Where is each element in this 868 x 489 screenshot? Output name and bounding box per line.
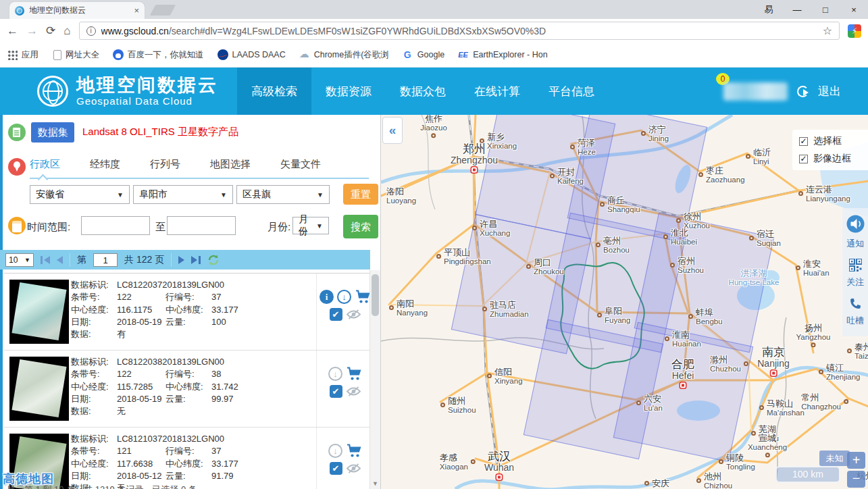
nav-item[interactable]: 数据众包	[386, 68, 460, 115]
bookmark-star-icon[interactable]: ☆	[823, 24, 832, 37]
first-page-button[interactable]	[41, 256, 50, 264]
address-input[interactable]: i www.gscloud.cn/search#dlv=Wzg4LFswLDEw…	[79, 22, 840, 40]
forward-icon[interactable]: →	[26, 24, 38, 38]
list-scrollbar[interactable]: ▼	[369, 270, 380, 489]
select-check-icon[interactable]: ✔	[330, 385, 342, 398]
record-count-status: 显示第 1 到 10 条，共 1219 条记录，已选择 0 条	[7, 484, 197, 489]
page-info-icon[interactable]: i	[86, 26, 96, 36]
download-icon[interactable]: ↓	[337, 290, 351, 304]
eye-off-icon[interactable]	[346, 463, 361, 474]
page-prefix-label: 第	[77, 254, 86, 266]
nav-item[interactable]: 高级检索	[237, 68, 311, 115]
city-marker-icon	[746, 154, 750, 159]
city-label-bozhou: 亳州Bozhou	[596, 236, 630, 254]
browser-tab[interactable]: 地理空间数据云 ×	[9, 2, 145, 19]
select-check-icon[interactable]: ✔	[330, 462, 342, 475]
select-box-toggle[interactable]: ✓ 选择框	[799, 135, 861, 147]
feedback-link[interactable]: 吐槽	[846, 315, 864, 327]
scene-thumbnail[interactable]	[9, 280, 69, 344]
site-logo[interactable]: 地理空间数据云 Geospatial Data Cloud	[37, 76, 218, 107]
result-item[interactable]: 数据标识:LC81210372018132LGN00 条带号:121行编号:37…	[4, 427, 369, 489]
date-end-input[interactable]	[167, 216, 236, 235]
checkbox-checked-icon[interactable]: ✓	[799, 137, 808, 146]
bookmark-item[interactable]: Google	[403, 49, 444, 60]
extension-icon[interactable]	[848, 24, 861, 38]
city-label-xiaogan: 孝感Xiaogan	[440, 453, 476, 471]
search-button[interactable]: 搜索	[343, 215, 378, 238]
window-close-button[interactable]: ×	[840, 5, 868, 15]
reset-button[interactable]: 重置	[343, 184, 378, 205]
cart-icon[interactable]	[355, 290, 371, 304]
chevron-down-icon: ▼	[24, 257, 30, 263]
tab-行列号[interactable]: 行列号	[150, 158, 180, 171]
reload-icon[interactable]: ⟳	[46, 24, 55, 38]
tab-close-icon[interactable]: ×	[134, 5, 139, 16]
zoom-in-button[interactable]: +	[847, 452, 865, 469]
bookmark-item[interactable]: 百度一下，你就知道	[113, 49, 204, 61]
scene-thumbnail[interactable]	[9, 357, 69, 421]
url-text: www.gscloud.cn/search#dlv=Wzg4LFswLDEwLD…	[101, 26, 817, 36]
nav-item[interactable]: 在线计算	[460, 68, 534, 115]
window-minimize-button[interactable]: —	[783, 5, 811, 15]
download-icon[interactable]: ↓	[328, 444, 342, 458]
nav-item[interactable]: 平台信息	[534, 68, 609, 115]
dataset-button[interactable]: 数据集	[31, 122, 74, 143]
date-start-input[interactable]	[81, 216, 150, 235]
last-page-button[interactable]	[191, 256, 201, 264]
phone-icon[interactable]	[849, 297, 862, 310]
back-icon[interactable]: ←	[7, 24, 18, 38]
bookmark-item[interactable]: 应用	[7, 49, 39, 61]
city-marker-icon	[440, 403, 445, 407]
download-icon[interactable]: ↓	[328, 367, 342, 381]
bookmark-item[interactable]: LAADS DAAC	[218, 49, 286, 60]
bookmark-item[interactable]: Chrome插件(谷歌浏	[299, 49, 389, 61]
city-marker-icon	[663, 234, 668, 239]
select-check-icon[interactable]: ✔	[330, 308, 342, 321]
logout-icon[interactable]	[797, 86, 809, 97]
follow-link[interactable]: 关注	[846, 276, 864, 288]
checkbox-checked-icon[interactable]: ✓	[799, 155, 808, 163]
new-tab-button[interactable]	[150, 5, 176, 16]
panel-collapse-button[interactable]: «	[382, 117, 403, 144]
county-select[interactable]: 区县旗▼	[236, 185, 330, 204]
page-size-select[interactable]: 10▼	[5, 253, 34, 267]
window-maximize-button[interactable]: □	[811, 5, 840, 15]
tab-地图选择[interactable]: 地图选择	[210, 158, 251, 171]
qrcode-icon[interactable]	[849, 259, 862, 272]
bookmark-item[interactable]: 网址大全	[52, 49, 99, 61]
page-number-input[interactable]: 1	[93, 253, 118, 267]
month-select[interactable]: 月份▼	[292, 217, 329, 234]
bookmark-item[interactable]: EarthExplorer - Hon	[458, 49, 547, 60]
notice-link[interactable]: 通知	[846, 238, 864, 250]
result-item[interactable]: 数据标识:LC81220372018139LGN00 条带号:122行编号:37…	[4, 273, 369, 350]
city-select[interactable]: 阜阳市▼	[133, 185, 233, 204]
speaker-icon[interactable]	[846, 215, 865, 233]
cloud-icon	[299, 49, 310, 60]
site-header: 地理空间数据云 Geospatial Data Cloud 高级检索数据资源数据…	[0, 68, 868, 115]
prev-page-button[interactable]	[57, 256, 63, 264]
nav-item[interactable]: 数据资源	[311, 68, 386, 115]
result-item[interactable]: 数据标识:LC81220382018139LGN00 条带号:122行编号:38…	[4, 350, 369, 427]
province-select[interactable]: 安徽省▼	[30, 185, 130, 204]
info-icon[interactable]: i	[320, 290, 334, 304]
tab-行政区[interactable]: 行政区	[30, 158, 60, 171]
browser-url-bar: ← → ⟳ ⌂ i www.gscloud.cn/search#dlv=Wzg4…	[0, 19, 868, 43]
scrollbar-down-icon[interactable]: ▼	[370, 478, 380, 489]
city-label-hungtselake: 洪泽湖Hung-tse Lake	[729, 269, 780, 286]
zoom-out-button[interactable]: −	[847, 471, 865, 488]
refresh-icon[interactable]	[207, 255, 220, 265]
cart-icon[interactable]	[346, 444, 362, 458]
next-page-button[interactable]	[178, 256, 184, 264]
logout-button[interactable]: 退出	[818, 84, 841, 99]
tab-经纬度[interactable]: 经纬度	[90, 158, 120, 171]
eye-off-icon[interactable]	[346, 309, 361, 320]
city-marker-icon	[759, 405, 764, 410]
tab-矢量文件[interactable]: 矢量文件	[280, 158, 321, 171]
map-canvas[interactable]: 焦作Jiaozuo新乡Xinxiang郑州Zhengzhou开封Kaifeng洛…	[380, 115, 868, 489]
image-border-toggle[interactable]: ✓ 影像边框	[799, 153, 861, 165]
home-icon[interactable]: ⌂	[63, 24, 70, 38]
eye-off-icon[interactable]	[346, 386, 361, 397]
scrollbar-thumb[interactable]	[372, 274, 379, 316]
cart-icon[interactable]	[346, 367, 362, 381]
username-blurred[interactable]	[723, 82, 788, 101]
